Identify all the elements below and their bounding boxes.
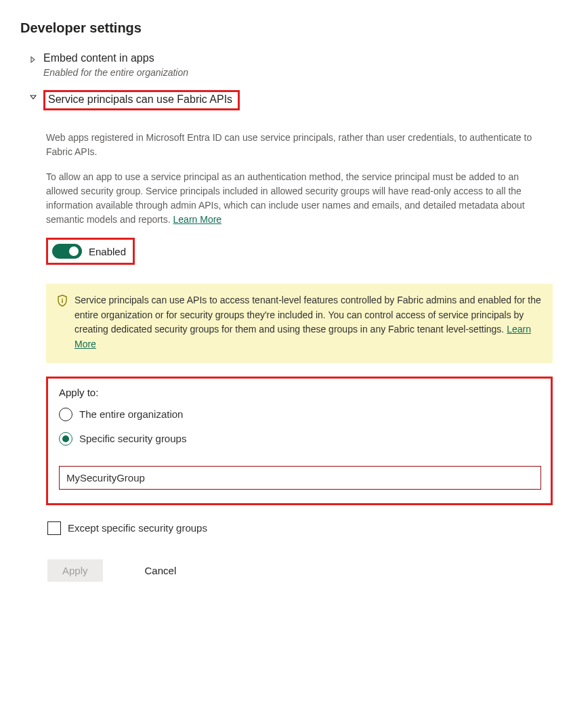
description-text: To allow an app to use a service princip…	[46, 170, 547, 227]
svg-point-0	[62, 299, 63, 300]
enabled-toggle[interactable]	[52, 244, 82, 259]
setting-service-principals: Service principals can use Fabric APIs W…	[20, 90, 553, 582]
setting-title: Service principals can use Fabric APIs	[43, 90, 240, 110]
info-banner: Service principals can use APIs to acces…	[46, 284, 553, 363]
radio-icon	[59, 408, 72, 421]
radio-entire-org[interactable]: The entire organization	[59, 408, 541, 421]
caret-right-icon	[30, 55, 37, 64]
setting-embed-content: Embed content in apps Enabled for the en…	[20, 52, 553, 78]
cancel-button[interactable]: Cancel	[130, 559, 192, 582]
toggle-knob	[69, 247, 79, 256]
radio-label: Specific security groups	[79, 433, 186, 444]
description-span: To allow an app to use a service princip…	[46, 171, 525, 225]
shield-icon	[57, 295, 68, 307]
checkbox-icon	[47, 521, 61, 535]
radio-specific-groups[interactable]: Specific security groups	[59, 432, 541, 446]
description-text: Web apps registered in Microsoft Entra I…	[46, 131, 547, 159]
info-text: Service principals can use APIs to acces…	[75, 293, 542, 352]
setting-subtitle: Enabled for the entire organization	[43, 67, 188, 78]
page-title: Developer settings	[20, 20, 553, 36]
radio-inner-icon	[62, 435, 69, 442]
button-row: Apply Cancel	[46, 559, 553, 582]
apply-to-section: Apply to: The entire organization Specif…	[46, 377, 553, 505]
setting-header[interactable]: Embed content in apps Enabled for the en…	[30, 52, 553, 78]
caret-down-icon	[30, 93, 37, 102]
security-group-input[interactable]	[59, 466, 541, 490]
radio-icon	[59, 432, 72, 446]
setting-header[interactable]: Service principals can use Fabric APIs	[30, 90, 553, 110]
radio-label: The entire organization	[79, 408, 183, 420]
apply-to-label: Apply to:	[59, 387, 541, 398]
checkbox-label: Except specific security groups	[68, 522, 207, 534]
except-checkbox-row[interactable]: Except specific security groups	[46, 521, 553, 535]
info-text-span: Service principals can use APIs to acces…	[75, 295, 541, 335]
svg-rect-1	[62, 300, 63, 303]
learn-more-link[interactable]: Learn More	[173, 214, 222, 225]
setting-title: Embed content in apps	[43, 52, 188, 64]
apply-button[interactable]: Apply	[47, 559, 103, 582]
enabled-toggle-wrap: Enabled	[46, 238, 135, 265]
toggle-label: Enabled	[89, 246, 126, 257]
